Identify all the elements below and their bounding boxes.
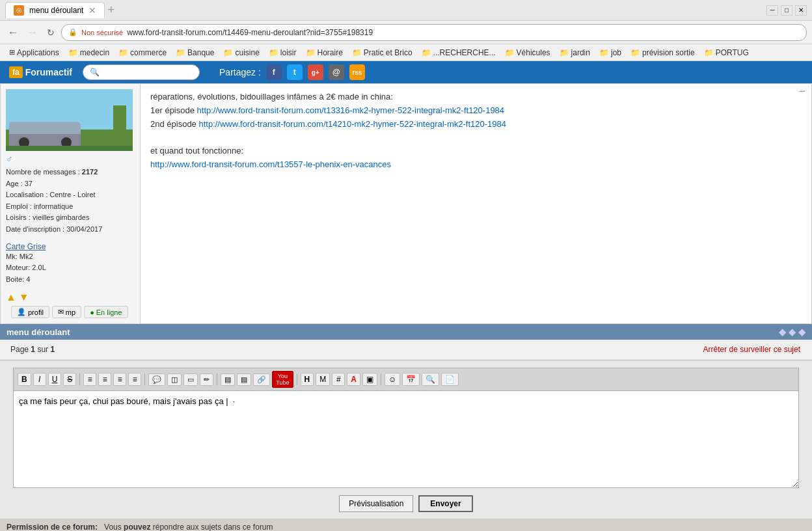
bookmark-loisir[interactable]: 📁 loisir <box>265 48 301 58</box>
toolbar-underline[interactable]: U <box>48 373 62 386</box>
permission-label: Permission de ce forum: <box>7 523 98 531</box>
toolbar-sep2 <box>144 374 145 385</box>
post-ep1-link[interactable]: http://www.ford-transit-forum.com/t13316… <box>197 105 505 115</box>
toolbar-emoji[interactable]: ☺ <box>385 373 400 386</box>
bookmark-cuisine[interactable]: 📁 cuisine <box>219 48 263 58</box>
folder-icon: 📁 <box>223 48 233 57</box>
browser-toolbar: ← → ↻ 🔒 Non sécurisé www.ford-transit-fo… <box>0 21 812 44</box>
toolbar-align-center[interactable]: ≡ <box>98 373 111 386</box>
bookmarks-apps[interactable]: ⊞ Applications <box>5 48 63 58</box>
toolbar-quote[interactable]: 💬 <box>148 374 165 386</box>
en-ligne-label: En ligne <box>96 308 122 316</box>
bookmark-commerce-label: commerce <box>130 48 167 57</box>
bookmark-pratic[interactable]: 📁 Pratic et Brico <box>348 48 416 58</box>
toolbar-m[interactable]: M <box>316 373 330 386</box>
forumactif-text: Forumactif <box>25 67 72 77</box>
quote-up-arrow[interactable]: ▲ <box>6 292 16 303</box>
permission-bar: Permission de ce forum: Vous pouvez répo… <box>0 519 812 531</box>
pagination: Page 1 sur 1 <box>5 342 60 357</box>
quote-down-arrow[interactable]: ▼ <box>19 292 29 303</box>
mp-button[interactable]: ✉ mp <box>52 306 81 318</box>
toolbar-list1[interactable]: ▤ <box>221 374 235 386</box>
facebook-share-button[interactable]: f <box>266 64 282 80</box>
toolbar-strike[interactable]: S <box>63 373 76 386</box>
toolbar-align-left[interactable]: ≡ <box>83 373 96 386</box>
folder-icon: 📁 <box>269 48 278 57</box>
email-share-button[interactable]: @ <box>329 64 344 80</box>
new-tab-button[interactable]: + <box>107 3 115 17</box>
bookmark-vehicules-label: Véhicules <box>517 48 550 57</box>
thread-nav-prev[interactable]: ◆ <box>789 327 796 337</box>
post-text: réparations, évolutions, bidouillages in… <box>150 90 802 172</box>
bookmark-horaire-label: Horaire <box>318 48 343 57</box>
toolbar-search[interactable]: 🔍 <box>422 373 439 386</box>
toolbar-link[interactable]: 🔗 <box>253 374 270 386</box>
editor-container: B I U S ≡ ≡ ≡ ≡ 💬 ◫ ▭ ✏ ▤ <box>0 361 812 519</box>
toolbar-youtube[interactable]: YouTube <box>272 371 293 388</box>
collapse-arrow[interactable]: − <box>798 85 805 98</box>
post-vacation-link[interactable]: http://www.ford-transit-forum.com/t13557… <box>150 159 391 169</box>
browser-tab[interactable]: ◎ menu déroulant ✕ <box>5 2 105 18</box>
bookmark-recherche[interactable]: 📁 ...RECHERCHE... <box>418 48 500 58</box>
toolbar-a[interactable]: A <box>347 373 360 386</box>
folder-icon: 📁 <box>630 48 640 57</box>
toolbar-italic[interactable]: I <box>33 373 46 386</box>
bookmark-medecin[interactable]: 📁 medecin <box>64 48 113 58</box>
close-window-button[interactable]: ✕ <box>795 5 807 16</box>
share-label: Partagez : <box>219 67 261 77</box>
forum-search-box[interactable]: 🔍 <box>83 64 200 80</box>
bookmark-recherche-label: ...RECHERCHE... <box>433 48 496 57</box>
editor-toolbar: B I U S ≡ ≡ ≡ ≡ 💬 ◫ ▭ ✏ ▤ <box>13 368 799 390</box>
thread-nav-next[interactable]: ◆ <box>798 327 805 337</box>
tab-close-button[interactable]: ✕ <box>88 5 96 16</box>
toolbar-edit[interactable]: ✏ <box>200 374 213 386</box>
carte-grise-link[interactable]: Carte Grise <box>6 242 46 251</box>
thread-nav-first[interactable]: ◆ <box>779 327 786 337</box>
bookmark-portug-label: PORTUG <box>716 48 749 57</box>
toolbar-align-justify[interactable]: ≡ <box>128 373 141 386</box>
profil-button[interactable]: 👤 profil <box>11 306 49 318</box>
toolbar-hash[interactable]: # <box>332 373 345 386</box>
bookmark-commerce[interactable]: 📁 commerce <box>115 48 170 58</box>
toolbar-align-right[interactable]: ≡ <box>113 373 126 386</box>
toolbar-box[interactable]: ▣ <box>362 373 377 386</box>
address-bar[interactable]: 🔒 Non sécurisé www.ford-transit-forum.co… <box>61 24 807 41</box>
reply-textarea[interactable] <box>13 390 799 488</box>
toolbar-bold[interactable]: B <box>18 373 31 386</box>
twitter-share-button[interactable]: t <box>287 64 303 80</box>
toolbar-h[interactable]: H <box>301 373 314 386</box>
reload-button[interactable]: ↻ <box>44 26 57 39</box>
googleplus-share-button[interactable]: g+ <box>308 64 323 80</box>
bookmark-vehicules[interactable]: 📁 Véhicules <box>501 48 554 58</box>
forumactif-logo[interactable]: fa Forumactif <box>5 65 76 79</box>
bookmark-jardin[interactable]: 📁 jardin <box>556 48 594 58</box>
minimize-button[interactable]: ─ <box>766 5 778 16</box>
back-button[interactable]: ← <box>5 25 21 40</box>
post-ep2-link[interactable]: http://www.ford-transit-forum.com/t14210… <box>198 119 506 129</box>
en-ligne-button[interactable]: ● En ligne <box>84 306 128 318</box>
watch-topic-link[interactable]: Arrêter de surveiller ce sujet <box>703 345 800 354</box>
bookmark-banque[interactable]: 📁 Banque <box>172 48 218 58</box>
maximize-button[interactable]: □ <box>781 5 792 16</box>
toolbar-calendar[interactable]: 📅 <box>402 373 420 386</box>
toolbar-image[interactable]: ▭ <box>183 374 198 386</box>
rss-share-button[interactable]: rss <box>349 64 365 80</box>
bookmark-prevision[interactable]: 📁 prévision sortie <box>627 48 699 58</box>
address-text: www.ford-transit-forum.com/t14469-menu-d… <box>127 28 373 37</box>
preview-button[interactable]: Prévisualisation <box>339 495 413 512</box>
bookmark-horaire[interactable]: 📁 Horaire <box>302 48 347 58</box>
toolbar-list2[interactable]: ▤ <box>237 374 251 386</box>
bookmark-jardin-label: jardin <box>571 48 590 57</box>
bookmark-portug[interactable]: 📁 PORTUG <box>700 48 753 58</box>
post-container: ♂ Nombre de messages : 2172 Age : 37 Loc… <box>0 83 812 324</box>
user-moteur: Moteur: 2.0L <box>6 264 46 271</box>
user-avatar <box>6 89 133 151</box>
thread-title: menu déroulant <box>7 327 70 337</box>
toolbar-code[interactable]: ◫ <box>167 374 182 386</box>
toolbar-doc[interactable]: 📄 <box>441 373 459 386</box>
forward-button[interactable]: → <box>25 25 40 40</box>
user-inscription: Date d'inscription : 30/04/2017 <box>6 224 135 236</box>
post-ep2: 2nd épisode http://www.ford-transit-foru… <box>150 118 802 131</box>
send-button[interactable]: Envoyer <box>418 495 472 512</box>
bookmark-job[interactable]: 📁 job <box>595 48 625 58</box>
